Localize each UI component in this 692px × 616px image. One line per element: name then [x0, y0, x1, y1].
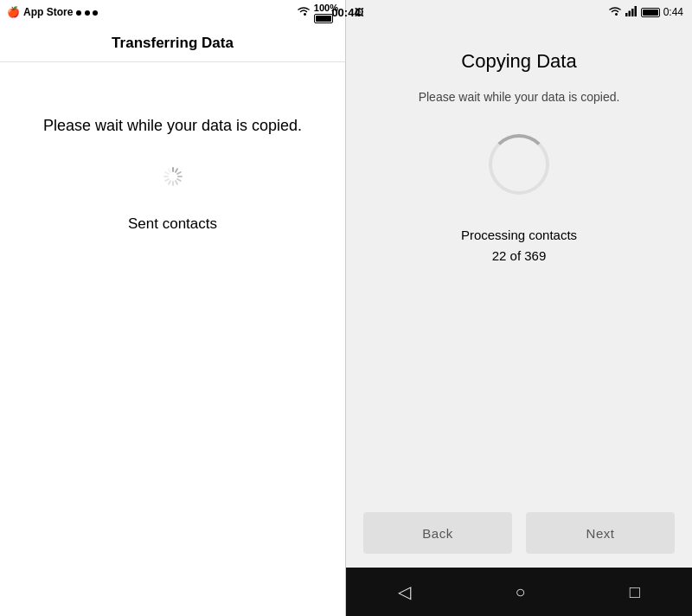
android-title: Copying Data	[461, 50, 576, 73]
android-nav-bar: ◁ ○ □	[346, 568, 692, 616]
ios-status-text: Sent contacts	[128, 215, 217, 233]
back-button[interactable]: Back	[363, 512, 512, 554]
android-progress-label: Processing contacts	[461, 225, 577, 246]
android-content: Copying Data Please wait while your data…	[346, 24, 692, 498]
android-buttons-area: Back Next	[346, 498, 692, 568]
svg-line-2	[177, 172, 180, 174]
svg-rect-13	[628, 11, 631, 17]
app-store-label: App Store	[23, 6, 73, 18]
svg-line-10	[165, 172, 168, 174]
android-progress-text: Processing contacts 22 of 369	[461, 225, 577, 266]
svg-line-7	[169, 181, 170, 183]
svg-line-5	[176, 181, 177, 183]
android-panel: 🖼 0:44	[346, 0, 692, 616]
ios-message: Please wait while your data is copied.	[9, 114, 336, 138]
ios-wifi-icon	[297, 6, 311, 19]
android-time: 0:44	[663, 6, 683, 18]
ios-header: Transferring Data	[0, 24, 345, 62]
svg-line-1	[176, 169, 177, 171]
svg-line-8	[165, 179, 168, 181]
ios-status-bar: 🍎 App Store 00:44 100%	[0, 0, 345, 24]
svg-rect-15	[634, 6, 637, 16]
android-battery-icon	[641, 8, 660, 17]
android-status-right: 0:44	[608, 6, 683, 18]
svg-line-4	[177, 179, 180, 181]
android-wifi-icon	[608, 6, 622, 18]
android-signal-icon	[625, 6, 638, 18]
ios-status-left: 🍎 App Store	[7, 6, 98, 18]
android-status-bar: 🖼 0:44	[346, 0, 692, 24]
android-spinner	[489, 134, 549, 195]
android-progress-detail: 22 of 369	[461, 246, 577, 266]
svg-rect-12	[625, 13, 628, 16]
signal-dots	[76, 6, 98, 18]
android-back-nav-icon[interactable]: ◁	[398, 581, 411, 602]
next-button[interactable]: Next	[526, 512, 675, 554]
ios-panel: 🍎 App Store 00:44 100%	[0, 0, 346, 616]
ios-spinner	[160, 164, 186, 189]
svg-rect-14	[631, 9, 634, 16]
android-recent-nav-icon[interactable]: □	[630, 582, 640, 602]
svg-line-11	[169, 169, 170, 171]
android-spinner-container	[484, 130, 554, 199]
ios-time: 00:44	[331, 6, 360, 19]
apple-icon: 🍎	[7, 6, 20, 18]
android-home-nav-icon[interactable]: ○	[515, 582, 525, 602]
ios-header-title: Transferring Data	[112, 35, 234, 52]
android-message: Please wait while your data is copied.	[419, 90, 620, 104]
ios-content: Please wait while your data is copied.	[0, 62, 345, 616]
